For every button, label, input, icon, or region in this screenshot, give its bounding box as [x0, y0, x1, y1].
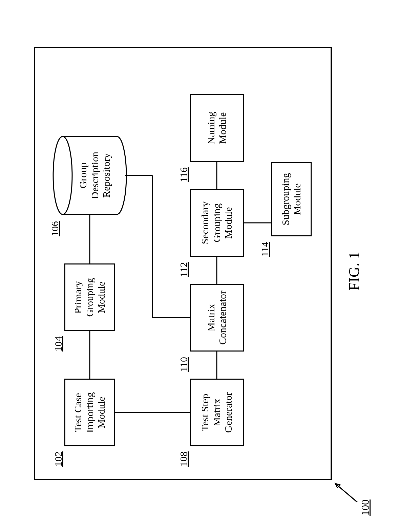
ref-100: 100	[359, 500, 372, 516]
ref-112: 112	[178, 262, 189, 277]
ref-106: 106	[49, 221, 61, 236]
block-label: Test CaseImportingModule	[72, 392, 107, 433]
block-label: SecondaryGroupingModule	[199, 201, 234, 245]
block-secondary-grouping: SecondaryGroupingModule	[190, 189, 244, 257]
diagram-canvas: Test CaseImportingModule 102 PrimaryGrou…	[0, 0, 420, 531]
block-label: Test StepMatrixGenerator	[199, 392, 234, 433]
block-label: NamingModule	[205, 112, 229, 145]
block-matrix-concatenator: MatrixConcatenator	[190, 284, 244, 352]
figure-caption: FIG. 1	[345, 252, 363, 291]
block-label: PrimaryGroupingModule	[72, 278, 107, 317]
ref-116: 116	[178, 167, 189, 182]
ref-102: 102	[52, 451, 64, 467]
ref-108: 108	[178, 451, 189, 467]
block-label: SubgroupingModule	[280, 173, 303, 226]
block-subgrouping-module: SubgroupingModule	[271, 162, 312, 236]
block-label: MatrixConcatenator	[205, 291, 229, 345]
svg-line-13	[335, 484, 357, 502]
block-label: GroupDescriptionRepository	[77, 152, 112, 199]
block-group-description-repository: GroupDescriptionRepository	[71, 136, 119, 214]
block-naming-module: NamingModule	[190, 94, 244, 162]
block-test-step-matrix-generator: Test StepMatrixGenerator	[190, 379, 244, 446]
block-test-case-importing: Test CaseImportingModule	[64, 379, 115, 446]
ref-114: 114	[259, 242, 271, 257]
ref-110: 110	[178, 357, 189, 372]
block-primary-grouping: PrimaryGroupingModule	[64, 263, 115, 331]
ref-104: 104	[52, 336, 64, 352]
